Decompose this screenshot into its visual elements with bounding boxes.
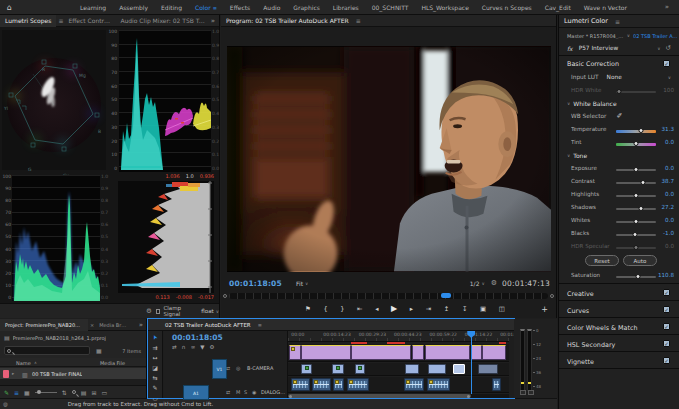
whites-slider-knob[interactable] bbox=[634, 219, 639, 224]
timeline-clip[interactable] bbox=[428, 364, 446, 374]
workspace-tab-color[interactable]: Color≡ bbox=[195, 4, 217, 11]
insert-overwrite-icon[interactable]: ⇄ bbox=[172, 344, 177, 350]
workspace-menu-icon[interactable]: ≡ bbox=[213, 5, 217, 11]
timeline-clip[interactable] bbox=[405, 364, 419, 374]
timeline-panel-menu-icon[interactable]: ≡ bbox=[258, 322, 262, 328]
scopes-settings-icon[interactable]: ⚙ bbox=[146, 307, 152, 315]
eyedropper-icon[interactable]: ✐ bbox=[616, 112, 622, 120]
hdr-specular-value[interactable]: 0.0 bbox=[665, 243, 674, 249]
new-bin-button[interactable]: ▤ bbox=[81, 389, 87, 396]
project-item-row[interactable]: ▸ ▥ 00 TSB Trailer FINAL bbox=[0, 368, 146, 379]
column-media-file[interactable]: Media File bbox=[100, 360, 125, 366]
contrast-value[interactable]: 38.7 bbox=[662, 178, 674, 184]
timeline-clip[interactable] bbox=[355, 364, 365, 374]
timeline-scrollbar-thumb[interactable] bbox=[288, 394, 471, 398]
column-name[interactable]: Name bbox=[16, 360, 31, 366]
track-v2-lane[interactable] bbox=[288, 344, 509, 362]
mark-in-button[interactable]: { bbox=[323, 303, 327, 315]
section-curves[interactable]: Curves✓ bbox=[559, 302, 679, 318]
audio-track-name[interactable]: DIALOG… bbox=[261, 389, 285, 395]
workspace-tab-00-schnitt[interactable]: 00_SCHNITT bbox=[372, 4, 409, 11]
exposure-slider-track[interactable] bbox=[616, 169, 656, 171]
shadows-value[interactable]: 27.2 bbox=[662, 204, 674, 210]
video-track-name[interactable]: B-CAMERA bbox=[247, 365, 273, 371]
whites-value[interactable]: 0.0 bbox=[665, 217, 674, 223]
program-scrub-bar[interactable] bbox=[229, 293, 548, 299]
zoom-slider[interactable] bbox=[35, 392, 57, 393]
program-panel-menu-icon[interactable]: ≡ bbox=[356, 17, 361, 24]
workspace-tab-curves-n-scopes[interactable]: Curves n Scopes bbox=[482, 4, 532, 11]
workspace-tab-graphics[interactable]: Graphics bbox=[293, 4, 320, 11]
master-clip-dropdown[interactable]: Master * R157R004_180… bbox=[567, 33, 625, 39]
exposure-slider-knob[interactable] bbox=[634, 167, 639, 172]
voiceover-record-icon[interactable]: ◉ bbox=[252, 389, 256, 395]
creative-checkbox[interactable]: ✓ bbox=[663, 289, 670, 296]
workspace-overflow-icon[interactable]: » bbox=[665, 3, 669, 11]
timeline-clip[interactable] bbox=[301, 364, 312, 374]
timeline-timecode[interactable]: 00:01:18:05 bbox=[172, 333, 223, 342]
project-writable-toggle[interactable]: ✎ bbox=[4, 389, 9, 396]
tab-project[interactable]: Project: PremierePro_NAB2018_h264_1 bbox=[0, 319, 88, 331]
timeline-clip[interactable] bbox=[291, 378, 310, 391]
project-tab-overflow-icon[interactable]: » bbox=[139, 321, 143, 329]
workspace-tab-wave-n-vector[interactable]: Wave n Vector bbox=[584, 4, 627, 11]
color-wheels-match-checkbox[interactable]: ✓ bbox=[663, 323, 670, 330]
shadows-slider-track[interactable] bbox=[616, 208, 656, 210]
tab-program[interactable]: Program: 02 TSB Trailer AutoDuck AFTER bbox=[221, 15, 354, 27]
step-forward-button[interactable]: ▸ bbox=[410, 303, 413, 315]
input-lut-dropdown[interactable]: None bbox=[607, 74, 622, 80]
meter-solo-right-button[interactable] bbox=[528, 390, 534, 395]
tab-media-browser[interactable]: Media Browser bbox=[94, 319, 134, 331]
icon-view-button[interactable]: ▦ bbox=[24, 389, 30, 396]
go-to-in-button[interactable]: ⇤ bbox=[357, 303, 362, 315]
hdr-white-value[interactable]: 100 bbox=[663, 87, 674, 93]
ripple-edit-tool[interactable]: ↔ bbox=[152, 353, 157, 362]
timeline-clip[interactable] bbox=[351, 345, 411, 360]
workspace-tab-cav-edit[interactable]: Cav_Edit bbox=[545, 4, 571, 11]
project-search-input[interactable] bbox=[4, 346, 90, 355]
source-patch-a1[interactable]: A1 bbox=[183, 385, 209, 400]
exposure-value[interactable]: 0.0 bbox=[665, 165, 674, 171]
new-item-button[interactable]: ⊞ bbox=[91, 389, 96, 396]
scopes-tab-overflow-icon[interactable]: » bbox=[211, 17, 215, 25]
saturation-slider-track[interactable] bbox=[616, 276, 656, 278]
clip-name[interactable]: 00 TSB Trailer FINAL bbox=[32, 371, 82, 377]
track-select-forward-tool[interactable]: ⇉ bbox=[152, 343, 157, 352]
slip-tool[interactable]: ⇆ bbox=[152, 373, 157, 382]
audio-sync-lock-icon[interactable]: ⇄ bbox=[226, 389, 230, 395]
linked-selection-icon[interactable]: ∞ bbox=[191, 344, 196, 350]
reset-effect-icon[interactable]: ↺ bbox=[666, 44, 671, 52]
label-color-chip[interactable] bbox=[3, 370, 9, 378]
twirl-icon[interactable]: ▸ bbox=[12, 371, 14, 376]
lumetri-panel-menu-icon[interactable]: ≡ bbox=[615, 18, 620, 25]
highlights-slider-knob[interactable] bbox=[634, 193, 639, 198]
timeline-clip[interactable] bbox=[412, 345, 424, 360]
timeline-clip[interactable] bbox=[478, 364, 498, 374]
sort-icons-button[interactable]: ⇅ bbox=[62, 389, 67, 396]
search-in-bin-icon[interactable]: ▦ bbox=[96, 347, 102, 354]
button-editor-plus[interactable]: + bbox=[541, 305, 548, 314]
delete-button[interactable]: ▭ bbox=[101, 389, 107, 396]
find-button[interactable] bbox=[72, 390, 76, 394]
add-marker-button[interactable]: ⚑ bbox=[305, 303, 311, 315]
section-vignette[interactable]: Vignette✓ bbox=[559, 353, 679, 369]
temperature-slider-track[interactable] bbox=[616, 130, 656, 133]
snap-icon[interactable]: ∩ bbox=[182, 344, 186, 350]
timeline-clip[interactable] bbox=[301, 345, 351, 360]
track-sync-lock-icon[interactable]: ⇄ bbox=[226, 365, 230, 371]
tone-header[interactable]: ∨ Tone bbox=[559, 149, 679, 161]
hsl-secondary-checkbox[interactable]: ✓ bbox=[663, 340, 670, 347]
timeline-clip[interactable] bbox=[425, 345, 471, 360]
lift-button[interactable]: ↥ bbox=[444, 303, 449, 315]
program-timecode[interactable]: 00:01:18:05 bbox=[229, 279, 282, 288]
saturation-slider-knob[interactable] bbox=[635, 274, 640, 279]
step-back-button[interactable]: ◂ bbox=[375, 303, 378, 315]
program-settings-icon[interactable]: ⚙ bbox=[491, 279, 497, 287]
go-to-out-button[interactable]: ⇥ bbox=[426, 303, 431, 315]
comparison-view-button[interactable]: ◫ bbox=[499, 303, 505, 315]
hdr-white-slider-knob[interactable] bbox=[617, 89, 622, 94]
timeline-clip[interactable] bbox=[312, 378, 331, 391]
section-color-wheels-match[interactable]: Color Wheels & Match✓ bbox=[559, 319, 679, 335]
preset-name[interactable]: P57 Interview bbox=[579, 45, 619, 51]
mute-track-button[interactable]: M bbox=[236, 389, 240, 395]
